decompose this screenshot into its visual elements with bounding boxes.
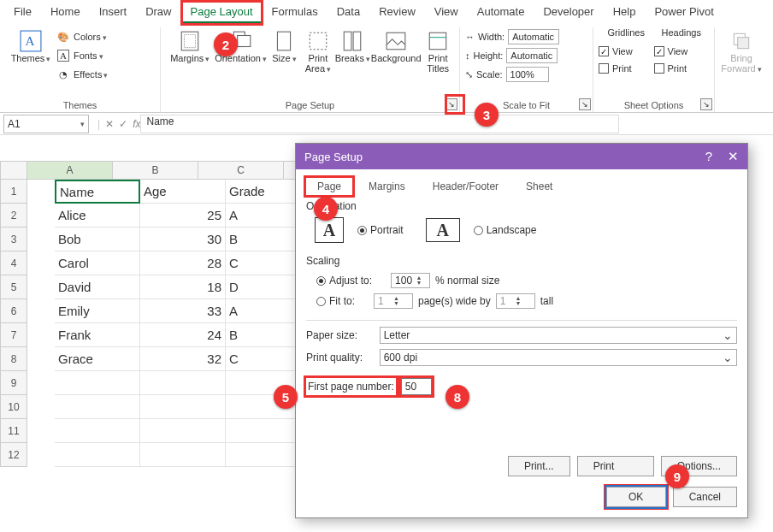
breaks-button[interactable]: Breaks <box>335 27 370 65</box>
tab-developer[interactable]: Developer <box>534 2 602 24</box>
fit-wide-value[interactable]: 1▲▼ <box>374 293 413 309</box>
scale-value[interactable]: 100% <box>506 67 549 82</box>
cell[interactable]: Emily <box>55 299 140 323</box>
cell[interactable]: David <box>55 275 140 299</box>
gridlines-print-check[interactable]: Print <box>599 60 654 77</box>
fit-tall-value[interactable]: 1▲▼ <box>496 293 535 309</box>
cell[interactable]: 28 <box>140 251 226 275</box>
cancel-icon[interactable]: ✕ <box>105 118 114 130</box>
cell[interactable]: Carol <box>55 251 140 275</box>
margins-button[interactable]: Margins <box>166 27 214 65</box>
cell[interactable] <box>55 371 140 395</box>
cell[interactable]: Grace <box>55 347 140 371</box>
tab-automate[interactable]: Automate <box>469 2 534 24</box>
dialog-tab-sheet[interactable]: Sheet <box>513 176 565 197</box>
cell[interactable]: Frank <box>55 323 140 347</box>
paper-size-select[interactable]: Letter <box>380 327 737 344</box>
cell[interactable]: 24 <box>140 323 226 347</box>
row-header[interactable]: 7 <box>0 323 27 347</box>
height-select[interactable]: Automatic <box>506 48 558 63</box>
cell[interactable]: 32 <box>140 347 226 371</box>
dialog-tab-header-footer[interactable]: Header/Footer <box>420 176 511 197</box>
row-header[interactable]: 10 <box>0 395 27 419</box>
cell[interactable] <box>140 443 226 467</box>
fit-to-radio[interactable]: Fit to: <box>316 295 355 307</box>
cell[interactable]: 33 <box>140 299 226 323</box>
name-box[interactable]: A1 <box>3 115 89 133</box>
tab-review[interactable]: Review <box>370 2 424 24</box>
cell[interactable] <box>140 419 226 443</box>
print-area-button[interactable]: Print Area <box>301 27 335 75</box>
row-header[interactable]: 4 <box>0 251 27 275</box>
tab-view[interactable]: View <box>426 2 467 24</box>
cell[interactable]: Alice <box>55 204 140 228</box>
print-button[interactable]: Print... <box>508 456 570 476</box>
gridlines-view-check[interactable]: ✓View <box>599 43 654 60</box>
themes-button[interactable]: A Themes <box>5 27 56 65</box>
cell[interactable] <box>55 395 140 419</box>
dialog-tab-page[interactable]: Page <box>304 176 354 197</box>
tab-help[interactable]: Help <box>605 2 645 24</box>
tab-page-layout[interactable]: Page Layout <box>182 2 262 24</box>
cell[interactable]: 25 <box>140 204 226 228</box>
row-header[interactable]: 6 <box>0 299 27 323</box>
print-titles-button[interactable]: Print Titles <box>422 27 454 75</box>
close-icon[interactable]: ✕ <box>728 149 739 164</box>
dialog-tab-margins[interactable]: Margins <box>356 176 418 197</box>
column-header[interactable]: C <box>198 161 284 180</box>
accept-icon[interactable]: ✓ <box>119 118 127 130</box>
headings-view-check[interactable]: ✓View <box>654 43 710 60</box>
adjust-to-value[interactable]: 100▲▼ <box>391 273 430 288</box>
tab-draw[interactable]: Draw <box>137 2 180 24</box>
cell[interactable] <box>140 395 226 419</box>
row-header[interactable]: 9 <box>0 371 27 395</box>
ok-button[interactable]: OK <box>606 487 666 507</box>
cell[interactable] <box>140 371 226 395</box>
background-button[interactable]: Background <box>370 27 422 65</box>
cancel-button[interactable]: Cancel <box>673 487 737 507</box>
tab-formulas[interactable]: Formulas <box>263 2 327 24</box>
sheet-options-dialog-launcher[interactable]: ↘ <box>700 98 712 110</box>
tab-file[interactable]: File <box>5 2 40 24</box>
tab-home[interactable]: Home <box>42 2 89 24</box>
portrait-radio[interactable]: Portrait <box>357 224 404 236</box>
cell[interactable]: Age <box>140 180 226 204</box>
landscape-radio[interactable]: Landscape <box>474 224 537 236</box>
cell[interactable]: 30 <box>140 228 226 251</box>
size-button[interactable]: Size <box>268 27 302 65</box>
help-icon[interactable]: ? <box>705 149 712 164</box>
tab-power-pivot[interactable]: Power Pivot <box>646 2 722 24</box>
row-header[interactable]: 8 <box>0 347 27 371</box>
row-header[interactable]: 3 <box>0 228 27 251</box>
tab-insert[interactable]: Insert <box>91 2 136 24</box>
row-header[interactable]: 2 <box>0 204 27 228</box>
cell[interactable]: 18 <box>140 275 226 299</box>
formula-input[interactable]: Name <box>140 115 619 133</box>
width-select[interactable]: Automatic <box>508 29 559 44</box>
row-header[interactable]: 1 <box>0 180 27 204</box>
row-header[interactable]: 5 <box>0 275 27 299</box>
row-header[interactable]: 11 <box>0 419 27 443</box>
effects-button[interactable]: ◔Effects <box>56 65 108 84</box>
scale-dialog-launcher[interactable]: ↘ <box>579 98 591 110</box>
fonts-button[interactable]: AFonts <box>56 46 108 65</box>
colors-button[interactable]: 🎨Colors <box>56 27 108 46</box>
select-all-corner[interactable] <box>0 161 27 180</box>
cell[interactable] <box>55 419 140 443</box>
headings-print-check[interactable]: Print <box>654 60 710 77</box>
cell[interactable]: Name <box>55 180 140 204</box>
tab-data[interactable]: Data <box>328 2 369 24</box>
print-preview-button[interactable]: Print <box>577 456 654 476</box>
bring-forward-button[interactable]: Bring Forward <box>720 27 763 75</box>
fx-icon[interactable]: fx <box>133 118 140 130</box>
svg-rect-6 <box>278 32 291 50</box>
print-quality-select[interactable]: 600 dpi <box>380 349 737 366</box>
dialog-titlebar[interactable]: Page Setup ? ✕ <box>296 144 747 169</box>
first-page-number-input[interactable]: 50 <box>401 378 432 395</box>
cell[interactable]: Bob <box>55 228 140 251</box>
column-header[interactable]: B <box>113 161 198 180</box>
adjust-to-radio[interactable]: Adjust to: <box>316 275 372 287</box>
row-header[interactable]: 12 <box>0 443 27 467</box>
cell[interactable] <box>55 443 140 467</box>
column-header[interactable]: A <box>27 161 113 180</box>
